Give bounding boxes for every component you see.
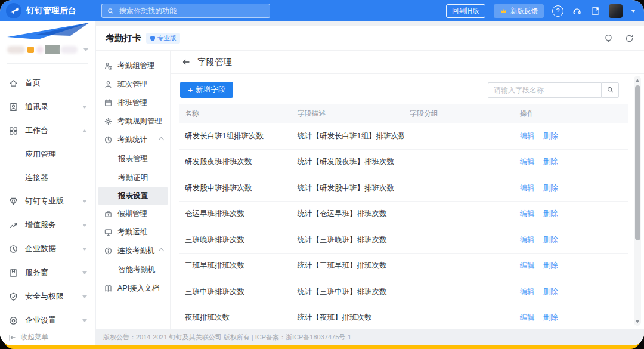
sidebar-item-home[interactable]: 首页 xyxy=(0,71,95,95)
menu-smart-attendance-machine[interactable]: 智能考勤机 xyxy=(96,260,170,279)
menu-attendance-statistics[interactable]: 考勤统计 xyxy=(96,131,170,149)
menu-schedule-management[interactable]: 排班管理 xyxy=(96,94,170,112)
chevron-down-icon xyxy=(82,295,87,298)
search-icon xyxy=(107,7,114,15)
table-row: 三班中班排班次数 统计【三班中班】排班次数 编辑删除 xyxy=(179,279,628,305)
menu-attendance-ops[interactable]: 考勤运维 xyxy=(96,223,170,242)
menu-connect-attendance-machine[interactable]: 连接考勤机 xyxy=(96,242,170,260)
edit-link[interactable]: 编辑 xyxy=(520,132,535,140)
app-window: 钉钉管理后台 回到旧版 新版反馈 ? xyxy=(0,0,644,345)
chevron-up-icon xyxy=(82,129,87,132)
sidebar-item-service-window[interactable]: 服务窗 xyxy=(0,261,95,285)
table-row: 夜班排班次数 统计【夜班】排班次数 编辑删除 xyxy=(179,305,628,330)
field-name: 夜班排班次数 xyxy=(179,313,292,323)
help-icon[interactable]: ? xyxy=(552,5,564,17)
chevron-down-icon xyxy=(83,48,88,51)
field-name: 研发股中班排班次数 xyxy=(179,183,292,193)
back-to-old-version-button[interactable]: 回到旧版 xyxy=(446,4,485,18)
field-name: 三班中班排班次数 xyxy=(179,287,292,297)
sidebar-item-security-permissions[interactable]: 安全与权限 xyxy=(0,285,95,308)
field-name: 仓运早班排班次数 xyxy=(179,209,292,219)
scroll-up-arrow[interactable] xyxy=(634,77,641,83)
delete-link[interactable]: 删除 xyxy=(543,313,558,322)
vertical-scrollbar[interactable] xyxy=(634,76,641,326)
field-name: 三班晚班排班次数 xyxy=(179,235,292,245)
scrollbar-thumb[interactable] xyxy=(635,85,640,240)
workbench-grid-icon xyxy=(8,126,18,136)
org-name-redacted xyxy=(7,46,25,54)
menu-attendance-rules[interactable]: 考勤规则管理 xyxy=(96,112,170,131)
avatar-caret-icon[interactable] xyxy=(631,10,636,13)
back-arrow-icon[interactable] xyxy=(181,57,191,67)
edit-link[interactable]: 编辑 xyxy=(520,236,535,244)
global-search-input[interactable] xyxy=(118,6,270,16)
gear-icon xyxy=(104,117,113,126)
topbar: 钉钉管理后台 回到旧版 新版反馈 ? xyxy=(0,0,644,21)
sidebar-item-app-management[interactable]: 应用管理 xyxy=(0,143,95,166)
menu-shift-management[interactable]: 班次管理 xyxy=(96,75,170,94)
sidebar-item-enterprise-data[interactable]: 企业数据 xyxy=(0,237,95,261)
new-version-feedback-button[interactable]: 新版反馈 xyxy=(494,4,544,18)
chevron-up-icon xyxy=(159,248,165,254)
app-header: 考勤打卡 专业版 xyxy=(96,26,644,51)
chevron-down-icon xyxy=(82,271,87,274)
delete-link[interactable]: 删除 xyxy=(543,288,558,296)
fullscreen-icon[interactable] xyxy=(590,6,600,16)
edit-link[interactable]: 编辑 xyxy=(520,209,535,218)
delete-link[interactable]: 删除 xyxy=(543,261,558,270)
headset-icon[interactable] xyxy=(572,6,582,16)
edit-link[interactable]: 编辑 xyxy=(520,261,535,270)
delete-link[interactable]: 删除 xyxy=(543,157,558,166)
trend-up-icon xyxy=(8,220,18,230)
table-row: 三班早班排班次数 统计【三班早班】排班次数 编辑删除 xyxy=(179,254,628,280)
table-row: 研发股夜班排班次数 统计【研发股夜班】排班次数 编辑删除 xyxy=(179,150,628,176)
fields-table: 名称 字段描述 字段分组 操作 研发长白班1组排班次数 统计【研发长白班1组】排… xyxy=(179,104,628,329)
user-avatar[interactable] xyxy=(609,4,623,18)
contacts-icon xyxy=(8,102,18,112)
chevron-down-icon xyxy=(82,106,87,109)
edit-link[interactable]: 编辑 xyxy=(520,313,535,322)
person-icon xyxy=(104,80,113,89)
field-search-input[interactable] xyxy=(488,82,601,98)
org-switcher[interactable] xyxy=(0,39,95,60)
collapse-menu-button[interactable]: 收起菜单 xyxy=(0,329,95,345)
crown-icon xyxy=(500,7,507,15)
menu-attendance-groups[interactable]: 考勤组管理 xyxy=(96,57,170,75)
sidebar-item-value-services[interactable]: 增值服务 xyxy=(0,213,95,237)
delete-link[interactable]: 删除 xyxy=(543,184,558,192)
sidebar-item-connector[interactable]: 连接器 xyxy=(0,166,95,189)
menu-report-settings[interactable]: 报表设置 xyxy=(98,187,168,205)
delete-link[interactable]: 删除 xyxy=(543,132,558,140)
person-group-icon xyxy=(104,61,113,70)
history-refresh-icon[interactable] xyxy=(624,33,634,44)
field-desc: 统计【仓运早班】排班次数 xyxy=(292,209,404,219)
org-verified-badge xyxy=(27,47,34,53)
sidebar-item-contacts[interactable]: 通讯录 xyxy=(0,95,95,119)
attendance-menu: 考勤组管理 班次管理 排班管理 考勤规则管理 考勤统计 xyxy=(96,51,171,329)
table-row: 仓运早班排班次数 统计【仓运早班】排班次数 编辑删除 xyxy=(179,202,628,228)
table-row: 研发股中班排班次数 统计【研发股中班】排班次数 编辑删除 xyxy=(179,175,628,202)
add-field-button[interactable]: + 新增字段 xyxy=(180,82,233,98)
chevron-down-icon xyxy=(82,224,87,227)
menu-api-docs[interactable]: API接入文档 xyxy=(96,279,170,298)
sidebar-item-workbench[interactable]: 工作台 xyxy=(0,119,95,143)
field-name: 三班早班排班次数 xyxy=(179,261,292,271)
edit-link[interactable]: 编辑 xyxy=(520,288,535,296)
menu-report-management[interactable]: 报表管理 xyxy=(96,149,170,168)
global-search[interactable] xyxy=(101,4,270,18)
pro-shield-icon xyxy=(150,35,156,42)
delete-link[interactable]: 删除 xyxy=(543,236,558,244)
guide-balloon-icon[interactable] xyxy=(603,33,614,44)
chevron-down-icon xyxy=(82,200,87,203)
sidebar: 首页 通讯录 工作台 应用管理 连接器 钉钉专业版 增值服务 xyxy=(0,21,95,345)
footer: 版权公告：2014-2021 钉钉及其关联公司 版权所有 | ICP备案：浙IC… xyxy=(96,329,644,345)
delete-link[interactable]: 删除 xyxy=(543,209,558,218)
scroll-down-arrow[interactable] xyxy=(634,319,641,325)
feedback-label: 新版反馈 xyxy=(510,7,538,16)
edit-link[interactable]: 编辑 xyxy=(520,184,535,192)
menu-attendance-certificate[interactable]: 考勤证明 xyxy=(96,168,170,187)
edit-link[interactable]: 编辑 xyxy=(520,157,535,166)
field-search-button[interactable] xyxy=(601,82,619,98)
sidebar-item-dingtalk-pro[interactable]: 钉钉专业版 xyxy=(0,189,95,213)
menu-holiday-management[interactable]: 假期管理 xyxy=(96,205,170,223)
